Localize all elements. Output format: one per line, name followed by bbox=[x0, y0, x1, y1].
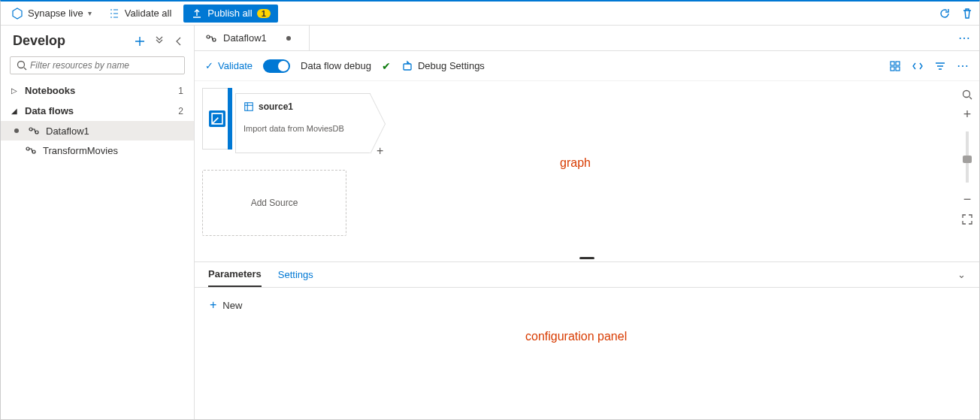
publish-all-button[interactable]: Publish all 1 bbox=[183, 5, 277, 23]
configuration-panel: Parameters Settings ⌄ + New configuratio… bbox=[195, 261, 979, 419]
svg-rect-10 bbox=[896, 62, 900, 65]
svg-marker-0 bbox=[13, 8, 22, 19]
hexagon-icon bbox=[11, 8, 23, 20]
workspace-dropdown[interactable]: Synapse live ▾ bbox=[7, 5, 96, 23]
expand-all-icon[interactable] bbox=[153, 35, 165, 47]
section-count: 2 bbox=[178, 106, 183, 116]
collapse-panel-icon[interactable]: ⌄ bbox=[957, 269, 966, 286]
tree-item-dataflow1[interactable]: Dataflow1 bbox=[1, 121, 194, 141]
config-tab-parameters[interactable]: Parameters bbox=[208, 268, 262, 287]
add-source-label: Add Source bbox=[251, 198, 298, 208]
zoom-slider[interactable] bbox=[966, 131, 969, 183]
upload-icon bbox=[191, 8, 203, 20]
status-ok-icon: ✔ bbox=[382, 60, 391, 72]
search-zoom-icon[interactable] bbox=[961, 89, 973, 101]
svg-rect-9 bbox=[891, 62, 894, 65]
debug-settings-button[interactable]: Debug Settings bbox=[401, 60, 485, 72]
plus-icon: + bbox=[210, 298, 216, 312]
validate-all-button[interactable]: Validate all bbox=[104, 5, 177, 23]
more-icon[interactable]: ⋯ bbox=[957, 60, 969, 72]
source-name: source1 bbox=[259, 101, 293, 112]
source-node[interactable]: source1 Import data from MoviesDB bbox=[235, 93, 371, 153]
validate-button[interactable]: ✓ Validate bbox=[205, 60, 253, 71]
chevron-down-icon: ▾ bbox=[88, 9, 92, 17]
caret-down-icon: ◢ bbox=[11, 107, 20, 115]
svg-point-5 bbox=[32, 150, 35, 153]
graph-canvas[interactable]: source1 Import data from MoviesDB + Add … bbox=[195, 81, 979, 257]
filter-input[interactable] bbox=[10, 56, 185, 74]
collapse-pane-icon[interactable] bbox=[173, 35, 185, 47]
code-view-icon[interactable] bbox=[912, 60, 924, 72]
zoom-out-button[interactable]: − bbox=[963, 192, 972, 207]
refresh-icon[interactable] bbox=[939, 8, 951, 20]
tree-item-label: TransformMovies bbox=[43, 145, 118, 156]
svg-rect-8 bbox=[404, 64, 411, 70]
debug-toggle[interactable] bbox=[263, 59, 290, 73]
svg-rect-12 bbox=[896, 67, 900, 71]
workspace-label: Synapse live bbox=[28, 8, 83, 19]
dataset-icon bbox=[243, 101, 254, 112]
editor-tab-strip: Dataflow1 ⋯ bbox=[195, 26, 979, 51]
filter-settings-icon[interactable] bbox=[934, 60, 946, 72]
new-parameter-button[interactable]: + New bbox=[210, 298, 242, 312]
tree-section-dataflows[interactable]: ◢ Data flows 2 bbox=[1, 101, 194, 121]
add-icon[interactable] bbox=[134, 35, 146, 47]
canvas-toolbar: ✓ Validate Data flow debug ✔ Debug Setti… bbox=[195, 51, 979, 81]
dirty-indicator-icon bbox=[286, 36, 291, 41]
new-label: New bbox=[222, 300, 242, 311]
add-transform-button[interactable]: + bbox=[377, 144, 383, 158]
dataflow-icon bbox=[205, 32, 217, 44]
add-source-button[interactable]: Add Source bbox=[202, 170, 346, 236]
more-icon[interactable]: ⋯ bbox=[958, 32, 970, 44]
validate-all-label: Validate all bbox=[125, 8, 172, 19]
svg-point-4 bbox=[26, 147, 29, 150]
check-icon: ✓ bbox=[205, 60, 213, 71]
tree-item-label: Dataflow1 bbox=[46, 125, 89, 137]
tree-item-transformmovies[interactable]: TransformMovies bbox=[1, 141, 194, 160]
tab-dataflow1[interactable]: Dataflow1 bbox=[195, 26, 310, 50]
publish-all-label: Publish all bbox=[207, 8, 252, 19]
top-toolbar: Synapse live ▾ Validate all Publish all … bbox=[1, 2, 979, 26]
svg-rect-13 bbox=[245, 103, 253, 111]
svg-point-14 bbox=[963, 91, 970, 98]
checklist-icon bbox=[108, 8, 120, 20]
delete-icon[interactable] bbox=[961, 8, 973, 20]
caret-right-icon: ▷ bbox=[11, 86, 20, 95]
svg-point-3 bbox=[35, 131, 38, 134]
develop-sidebar: Develop ▷ Notebooks 1 bbox=[1, 26, 195, 419]
tab-label: Dataflow1 bbox=[223, 32, 267, 44]
section-label: Data flows bbox=[25, 105, 74, 116]
zoom-in-button[interactable]: + bbox=[963, 107, 972, 122]
annotation-config: configuration panel bbox=[525, 330, 627, 343]
settings-icon bbox=[401, 60, 413, 72]
svg-point-7 bbox=[213, 38, 216, 41]
grid-view-icon[interactable] bbox=[889, 60, 901, 72]
annotation-graph: graph bbox=[560, 156, 591, 170]
source-description: Import data from MoviesDB bbox=[243, 124, 362, 133]
search-icon bbox=[16, 59, 28, 71]
config-tab-settings[interactable]: Settings bbox=[278, 269, 313, 286]
publish-count-badge: 1 bbox=[257, 9, 271, 18]
fit-screen-icon[interactable] bbox=[961, 213, 973, 225]
debug-label: Data flow debug bbox=[301, 60, 371, 71]
dataflow-icon bbox=[25, 144, 37, 156]
develop-title: Develop bbox=[13, 33, 65, 49]
section-label: Notebooks bbox=[25, 85, 75, 96]
svg-rect-11 bbox=[891, 67, 894, 71]
svg-point-6 bbox=[207, 35, 210, 38]
svg-point-1 bbox=[18, 62, 25, 68]
debug-settings-label: Debug Settings bbox=[418, 60, 485, 71]
section-count: 1 bbox=[178, 86, 183, 96]
source-type-icon bbox=[209, 110, 225, 127]
tree-section-notebooks[interactable]: ▷ Notebooks 1 bbox=[1, 80, 194, 101]
dirty-indicator-icon bbox=[14, 128, 19, 133]
dataflow-icon bbox=[28, 125, 40, 137]
validate-label: Validate bbox=[218, 60, 253, 71]
svg-point-2 bbox=[29, 128, 32, 131]
